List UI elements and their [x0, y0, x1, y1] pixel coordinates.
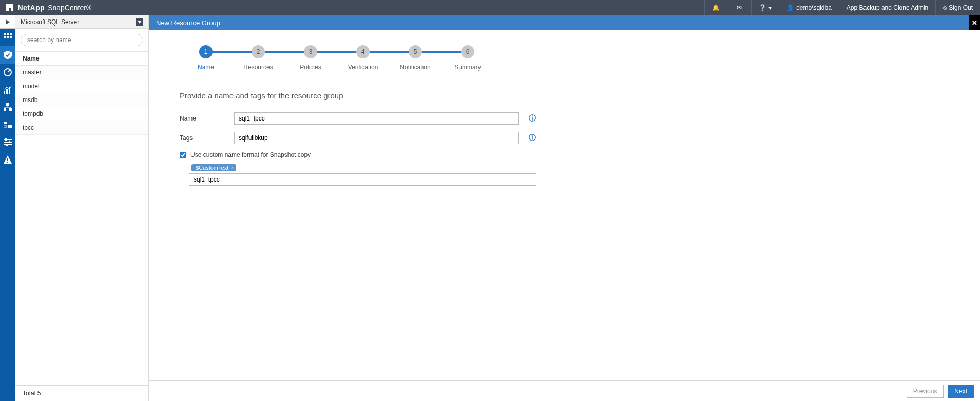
rail-hosts[interactable] — [0, 98, 15, 116]
messages-button[interactable]: ✉ — [729, 0, 751, 15]
list-item[interactable]: tempdb — [15, 107, 148, 121]
tags-input[interactable] — [234, 132, 519, 144]
step-label: Verification — [348, 64, 378, 71]
nav-rail — [0, 15, 15, 401]
context-dropdown-icon[interactable] — [136, 18, 143, 26]
context-label: Microsoft SQL Server — [21, 18, 79, 26]
signout-icon: ⎋ — [943, 4, 947, 11]
vendor-name: NetApp — [17, 4, 45, 12]
chart-icon — [4, 86, 12, 94]
step-label: Policies — [300, 64, 321, 71]
vendor-logo: NetApp — [6, 4, 45, 12]
svg-rect-6 — [4, 36, 6, 38]
svg-rect-27 — [5, 138, 7, 141]
step-connector — [363, 51, 415, 53]
role-label[interactable]: App Backup and Clone Admin — [839, 0, 935, 15]
list-item[interactable]: msdb — [15, 93, 148, 107]
custom-format-label[interactable]: Use custom name format for Snapshot copy — [190, 151, 311, 158]
step-connector — [258, 51, 311, 53]
warning-icon — [4, 155, 12, 164]
brand: NetApp SnapCenter® — [0, 4, 98, 12]
list-item[interactable]: model — [15, 79, 148, 93]
signout-button[interactable]: ⎋Sign Out — [935, 0, 980, 15]
svg-rect-16 — [9, 108, 12, 111]
rail-resources[interactable] — [0, 46, 15, 64]
svg-point-31 — [7, 162, 8, 163]
svg-rect-21 — [4, 122, 7, 124]
svg-rect-29 — [6, 144, 8, 146]
name-info-icon[interactable] — [528, 114, 536, 123]
svg-rect-8 — [10, 36, 12, 38]
step-label: Notification — [400, 64, 430, 71]
step-name[interactable]: 1Name — [180, 45, 232, 71]
name-input[interactable] — [234, 112, 519, 125]
svg-rect-5 — [10, 33, 12, 35]
step-label: Resources — [243, 64, 273, 71]
top-bar: NetApp SnapCenter® 🔔 ✉ ❔▾ 👤demo\sqldba A… — [0, 0, 980, 15]
column-header-name[interactable]: Name — [15, 51, 148, 66]
rail-alerts[interactable] — [0, 151, 15, 168]
wizard-footer: Previous Next — [149, 380, 980, 401]
mail-icon: ✉ — [737, 4, 742, 11]
svg-rect-14 — [6, 103, 9, 106]
svg-rect-7 — [7, 36, 9, 38]
chevron-down-icon: ▾ — [768, 4, 772, 11]
chevron-right-icon — [6, 19, 10, 25]
context-selector[interactable]: Microsoft SQL Server — [15, 15, 148, 29]
sliders-icon — [4, 138, 12, 146]
name-label: Name — [180, 115, 234, 122]
previous-button[interactable]: Previous — [907, 385, 944, 398]
user-icon: 👤 — [786, 4, 794, 11]
step-verification[interactable]: 4Verification — [337, 45, 389, 71]
product-name: SnapCenter® — [48, 4, 91, 12]
help-icon: ❔ — [759, 4, 766, 11]
tags-info-icon[interactable] — [528, 134, 536, 142]
svg-rect-23 — [4, 125, 6, 128]
svg-rect-28 — [9, 141, 10, 143]
notification-button[interactable]: 🔔 — [704, 0, 729, 15]
list-item[interactable]: master — [15, 66, 148, 79]
svg-rect-12 — [6, 89, 8, 94]
step-connector — [415, 51, 468, 53]
snapshot-format-tokens[interactable]: $CustomText × — [189, 162, 536, 174]
step-notification[interactable]: 5Notification — [389, 45, 441, 71]
svg-rect-0 — [6, 4, 9, 11]
gauge-icon — [4, 68, 12, 76]
list-item[interactable]: tpcc — [15, 121, 148, 135]
storage-icon — [4, 121, 12, 129]
next-button[interactable]: Next — [948, 385, 974, 398]
rail-reports[interactable] — [0, 81, 15, 98]
step-policies[interactable]: 3Policies — [284, 45, 337, 71]
rail-expand-button[interactable] — [0, 15, 15, 29]
step-connector — [311, 51, 363, 53]
grid-icon — [4, 33, 12, 42]
topbar-right: 🔔 ✉ ❔▾ 👤demo\sqldba App Backup and Clone… — [704, 0, 980, 15]
token-chip-customtext[interactable]: $CustomText × — [191, 164, 236, 171]
token-remove-icon[interactable]: × — [230, 165, 234, 171]
step-summary[interactable]: 6Summary — [441, 45, 494, 71]
custom-format-checkbox[interactable] — [180, 152, 186, 158]
user-label: demo\sqldba — [796, 4, 832, 11]
step-number: 3 — [304, 45, 317, 58]
svg-rect-11 — [4, 91, 5, 94]
step-resources[interactable]: 2Resources — [232, 45, 284, 71]
svg-line-10 — [8, 70, 10, 72]
step-label: Name — [198, 64, 214, 71]
user-menu[interactable]: 👤demo\sqldba — [779, 0, 839, 15]
snapshot-name-input[interactable] — [189, 173, 536, 186]
search-input[interactable] — [21, 34, 143, 46]
step-number: 2 — [252, 45, 265, 58]
step-number: 4 — [356, 45, 370, 58]
step-number: 1 — [199, 45, 213, 58]
wizard-stepper: 1Name2Resources3Policies4Verification5No… — [180, 45, 980, 71]
tags-label: Tags — [180, 134, 234, 142]
rail-dashboard[interactable] — [0, 29, 15, 46]
rail-monitor[interactable] — [0, 64, 15, 81]
main-area: New Resource Group ✕ 1Name2Resources3Pol… — [149, 15, 980, 401]
rail-settings[interactable] — [0, 133, 15, 151]
bell-icon: 🔔 — [712, 4, 720, 11]
help-button[interactable]: ❔▾ — [751, 0, 779, 15]
rail-storage[interactable] — [0, 116, 15, 133]
wizard-close-button[interactable]: ✕ — [969, 15, 980, 30]
hosts-icon — [4, 103, 12, 111]
